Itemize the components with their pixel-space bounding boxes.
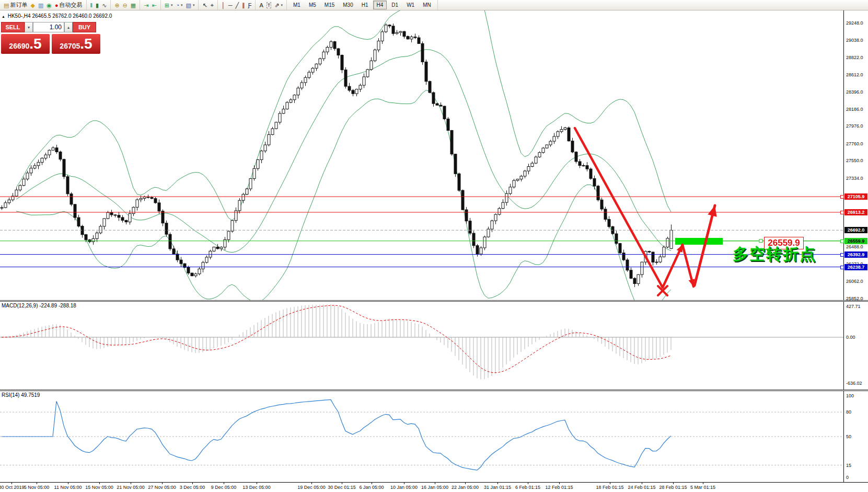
volume-decrease-button[interactable]: ▾ — [25, 22, 33, 32]
channel-button[interactable]: ∥ — [240, 1, 247, 9]
time-axis-label: 13 Dec 05:00 — [242, 485, 271, 490]
zoom-in-icon: ⊕ — [114, 1, 119, 9]
candlestick-chart-button[interactable]: ▮ — [94, 1, 100, 9]
timeframe-group: M1M5M15M30H1H4D1W1MN — [287, 0, 438, 10]
symbol-info-line: ▲ HK50-,H4 26465.5 26762.0 26460.0 26692… — [2, 13, 112, 19]
price-axis-tick: 27760.0 — [846, 141, 863, 146]
timeframe-h1-button[interactable]: H1 — [358, 1, 372, 9]
macd-axis-tick: 0.00 — [846, 335, 855, 340]
timeframe-m5-button[interactable]: M5 — [305, 1, 320, 9]
time-axis-tick — [192, 482, 193, 484]
time-axis-label: 10 Jan 05:00 — [390, 485, 418, 490]
vertical-line-button[interactable]: │ — [220, 1, 227, 9]
timeframe-m15-button[interactable]: M15 — [321, 1, 338, 9]
timeframe-w1-button[interactable]: W1 — [403, 1, 418, 9]
symbol-ohlc: 26465.5 26762.0 26460.0 26692.0 — [32, 13, 112, 19]
timeframe-m30-button[interactable]: M30 — [339, 1, 356, 9]
trendline-button[interactable]: ╱ — [234, 1, 241, 9]
clock-icon: ◔ — [176, 1, 179, 9]
periods-button[interactable]: ◔▾ — [174, 1, 184, 9]
time-axis-tick — [703, 482, 703, 484]
timeframe-mn-button[interactable]: MN — [419, 1, 435, 9]
time-axis-label: 21 Nov 05:00 — [117, 485, 145, 490]
turning-point-note[interactable]: 多空转折点 — [733, 244, 816, 265]
indicators-icon: ⊞ — [165, 1, 169, 9]
fibonacci-button[interactable]: Ƒ — [247, 1, 253, 9]
auto-scroll-button[interactable]: ⇥ — [142, 1, 150, 9]
buy-button[interactable]: BUY — [73, 22, 96, 32]
chart-shift-button[interactable]: ⇤ — [150, 1, 158, 9]
arrows-dropdown-icon[interactable]: ▾ — [281, 3, 283, 7]
timeframe-h4-button[interactable]: H4 — [373, 1, 387, 9]
new-order-button[interactable]: ▤新订单 — [2, 1, 29, 9]
price-axis-tick: 29248.0 — [846, 20, 863, 26]
template-icon: ▧ — [186, 1, 191, 9]
time-axis-label: 5 Mar 01:15 — [690, 485, 715, 490]
zoom-out-button[interactable]: ⊖ — [121, 1, 129, 9]
volume-input[interactable] — [33, 22, 64, 32]
timeframe-m1-button[interactable]: M1 — [290, 1, 304, 9]
timeframe-d1-button[interactable]: D1 — [388, 1, 402, 9]
pane-divider[interactable] — [0, 390, 868, 391]
buy-price-button[interactable]: 26705 .5 — [52, 34, 100, 54]
line-chart-button[interactable]: ∿ — [100, 1, 108, 9]
arrows-button[interactable]: ⇗▾ — [273, 1, 284, 9]
main-chart-canvas[interactable] — [0, 10, 843, 300]
templates-dropdown-icon[interactable]: ▾ — [193, 3, 195, 7]
crosshair-button[interactable]: ⌖ — [209, 1, 215, 9]
zoom-in-button[interactable]: ⊕ — [113, 1, 121, 9]
time-axis-label: 12 Feb 01:15 — [545, 485, 573, 490]
mt4-chart-window: ▤新订单◆▥◉●自动交易ǁ▮∿⊕⊖▦⇥⇤⊞▾◔▾▧▾↖⌖│─╱∥ƑAT⇗▾M1M… — [0, 0, 868, 492]
line-chart-icon: ∿ — [102, 1, 107, 9]
time-axis-label: 16 Jan 05:00 — [421, 485, 448, 490]
time-axis-tick — [342, 482, 342, 484]
new-order-label: 新订单 — [10, 1, 27, 9]
time-axis-label: 27 Nov 05:00 — [148, 485, 176, 490]
price-axis-tick: 28822.0 — [846, 55, 863, 60]
sell-price-int: 26690 — [9, 37, 29, 55]
time-axis-tick — [68, 482, 68, 484]
templates-button[interactable]: ▧▾ — [184, 1, 196, 9]
buy-price-frac: .5 — [80, 35, 92, 53]
indicators-button[interactable]: ⊞▾ — [163, 1, 175, 9]
rsi-axis-tick: 15 — [846, 463, 851, 468]
cursor-button[interactable]: ↖ — [201, 1, 209, 9]
symbol-marker-icon: ▲ — [2, 15, 5, 18]
volume-increase-button[interactable]: ▴ — [64, 22, 73, 32]
price-axis-line — [843, 10, 844, 482]
auto-scroll-icon: ⇥ — [144, 1, 148, 9]
time-axis-label: 6 Jan 05:00 — [359, 485, 384, 490]
pane-divider[interactable] — [0, 300, 868, 302]
indicators-dropdown-icon[interactable]: ▾ — [171, 3, 173, 7]
toolbar: ▤新订单◆▥◉●自动交易ǁ▮∿⊕⊖▦⇥⇤⊞▾◔▾▧▾↖⌖│─╱∥ƑAT⇗▾M1M… — [0, 0, 868, 10]
text-label-button[interactable]: T — [265, 1, 273, 9]
rsi-canvas[interactable] — [0, 391, 843, 482]
time-axis-tick — [224, 482, 224, 484]
time-axis-tick — [673, 482, 674, 484]
signals-button[interactable]: ◉ — [45, 1, 53, 9]
time-axis-label: 6 Feb 01:15 — [515, 485, 540, 490]
sell-price-button[interactable]: 26690 .5 — [1, 34, 50, 54]
time-axis-label: 24 Feb 01:15 — [628, 485, 655, 490]
chart-shift-icon: ⇤ — [152, 1, 156, 9]
price-axis-tick: 26062.0 — [846, 279, 863, 284]
price-level-chip: 27105.9 — [844, 193, 867, 200]
rsi-axis-tick: 50 — [846, 434, 851, 439]
bar-chart-button[interactable]: ǁ — [89, 1, 95, 9]
horizontal-line-button[interactable]: ─ — [227, 1, 234, 9]
time-axis-label: 9 Dec 05:00 — [211, 485, 237, 490]
time-axis-tick — [131, 482, 131, 484]
autotrading-button[interactable]: ●自动交易 — [53, 1, 84, 9]
price-level-chip: 26392.9 — [844, 251, 867, 258]
price-level-chip: 26559.9 — [844, 238, 867, 244]
sell-button[interactable]: SELL — [1, 22, 25, 32]
periods-dropdown-icon[interactable]: ▾ — [181, 3, 183, 7]
price-axis-tick: 27550.0 — [846, 158, 863, 163]
macd-canvas[interactable] — [0, 302, 843, 390]
time-axis-tick — [99, 482, 100, 484]
level-connector-icon — [840, 211, 844, 214]
chart-window-button[interactable]: ◆ — [29, 1, 36, 9]
market-watch-button[interactable]: ▥ — [37, 1, 45, 9]
text-button[interactable]: A — [258, 1, 264, 9]
tile-windows-button[interactable]: ▦ — [129, 1, 137, 9]
